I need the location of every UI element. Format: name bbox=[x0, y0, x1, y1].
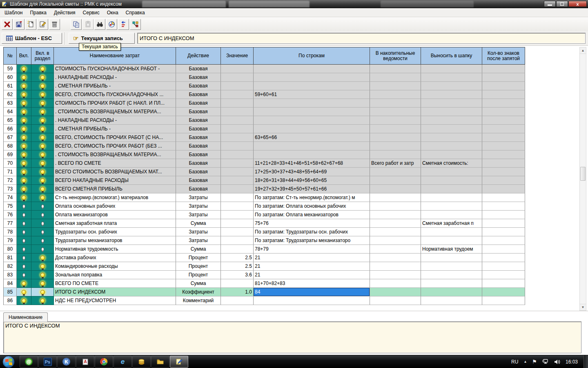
row-number-cell[interactable]: 83 bbox=[4, 271, 17, 279]
col-header-vedomosti[interactable]: В накопительные ведомости bbox=[370, 47, 421, 65]
cost-name-cell[interactable]: Оплата механизаторов bbox=[54, 211, 176, 219]
decimals-cell[interactable] bbox=[482, 296, 525, 305]
row-number-cell[interactable]: 62 bbox=[4, 90, 17, 99]
bulb-on-icon[interactable] bbox=[22, 127, 26, 131]
value-cell[interactable] bbox=[221, 228, 254, 236]
bulb-on-icon[interactable] bbox=[22, 135, 26, 140]
row-number-cell[interactable]: 84 bbox=[4, 279, 17, 288]
value-cell[interactable] bbox=[221, 219, 254, 228]
value-cell[interactable] bbox=[221, 125, 254, 133]
decimals-cell[interactable] bbox=[482, 90, 525, 99]
vedomosti-cell[interactable] bbox=[370, 193, 421, 202]
bulb-on-icon[interactable] bbox=[40, 92, 45, 97]
row-number-cell[interactable]: 61 bbox=[4, 82, 17, 90]
decimals-cell[interactable] bbox=[482, 116, 525, 125]
decimals-cell[interactable] bbox=[482, 279, 525, 288]
vedomosti-cell[interactable] bbox=[370, 296, 421, 305]
header-output-cell[interactable] bbox=[421, 108, 482, 116]
col-header-num[interactable]: № bbox=[4, 47, 17, 65]
vedomosti-cell[interactable] bbox=[370, 271, 421, 279]
header-output-cell[interactable] bbox=[421, 142, 482, 150]
cost-name-cell[interactable]: СТОИМОСТЬ ПРОЧИХ РАБОТ (С НАКЛ. И ПЛ... bbox=[54, 99, 176, 108]
bulb-on-icon[interactable] bbox=[40, 195, 45, 200]
taskbar-app-photoshop[interactable]: Ps bbox=[38, 356, 57, 368]
by-rows-cell[interactable]: 17+25+30+37+43+48+55+64+69 bbox=[254, 168, 370, 176]
table-row[interactable]: 66. СМЕТНАЯ ПРИБЫЛЬ -Базовая bbox=[4, 125, 525, 133]
action-cell[interactable]: Базовая bbox=[176, 73, 221, 82]
cost-name-cell[interactable]: ВСЕГО, СТОИМОСТЬ ПРОЧИХ РАБОТ (С НА... bbox=[54, 133, 176, 142]
bulb-on-icon[interactable] bbox=[40, 264, 45, 269]
cost-name-cell[interactable]: СТОИМОСТЬ ПУСКОНАЛАДОЧНЫХ РАБОТ - bbox=[54, 65, 176, 73]
decimals-cell[interactable] bbox=[482, 99, 525, 108]
decimals-cell[interactable] bbox=[482, 288, 525, 296]
header-output-cell[interactable] bbox=[421, 176, 482, 185]
row-number-cell[interactable]: 67 bbox=[4, 133, 17, 142]
by-rows-cell[interactable] bbox=[254, 296, 370, 305]
cost-name-cell[interactable]: ВСЕГО СТОИМОСТЬ ВОЗВРАЩАЕМЫХ МАТ... bbox=[54, 168, 176, 176]
row-number-cell[interactable]: 69 bbox=[4, 150, 17, 159]
action-cell[interactable]: Базовая bbox=[176, 176, 221, 185]
bulb-on-icon[interactable] bbox=[22, 281, 26, 286]
vertical-scrollbar[interactable]: ▲ ▼ bbox=[579, 47, 586, 311]
action-cell[interactable]: Процент bbox=[176, 271, 221, 279]
action-cell[interactable]: Базовая bbox=[176, 185, 221, 193]
by-rows-cell[interactable] bbox=[254, 142, 370, 150]
by-rows-cell[interactable]: 59+60+61 bbox=[254, 90, 370, 99]
decimals-cell[interactable] bbox=[482, 271, 525, 279]
bulb-on-icon[interactable] bbox=[40, 84, 45, 88]
value-cell[interactable] bbox=[221, 116, 254, 125]
language-indicator[interactable]: RU bbox=[511, 359, 518, 365]
bulb-on-icon[interactable] bbox=[40, 273, 45, 277]
bulb-on-icon[interactable] bbox=[40, 170, 45, 174]
table-row[interactable]: 74Ст-ть ненормир.(вспомогат.) материалов… bbox=[4, 193, 525, 202]
action-cell[interactable]: Затраты bbox=[176, 202, 221, 211]
taskbar-app-chrome[interactable] bbox=[95, 356, 113, 368]
action-cell[interactable]: Базовая bbox=[176, 116, 221, 125]
table-row[interactable]: 80Нормативная трудоемкостьСумма78+79Норм… bbox=[4, 245, 525, 254]
col-header-decimals[interactable]: Кол-во знаков после запятой bbox=[482, 47, 525, 65]
vedomosti-cell[interactable] bbox=[370, 73, 421, 82]
show-desktop-button[interactable] bbox=[584, 355, 588, 368]
cost-name-cell[interactable]: ВСЕГО СМЕТНАЯ ПРИБЫЛЬ bbox=[54, 185, 176, 193]
col-header-rows[interactable]: По строкам bbox=[254, 47, 370, 65]
action-cell[interactable]: Сумма bbox=[176, 245, 221, 254]
copy-button[interactable] bbox=[71, 19, 82, 30]
row-number-cell[interactable]: 60 bbox=[4, 73, 17, 82]
vedomosti-cell[interactable] bbox=[370, 211, 421, 219]
cost-name-cell[interactable]: Нормативная трудоемкость bbox=[54, 245, 176, 254]
taskbar-app-accounting[interactable] bbox=[132, 356, 151, 368]
table-row[interactable]: 64. СТОИМОСТЬ ВОЗВРАЩАЕМЫХ МАТЕРИА...Баз… bbox=[4, 108, 525, 116]
row-number-cell[interactable]: 68 bbox=[4, 142, 17, 150]
header-output-cell[interactable] bbox=[421, 262, 482, 271]
value-cell[interactable] bbox=[221, 193, 254, 202]
table-row[interactable]: 65. НАКЛАДНЫЕ РАСХОДЫ -Базовая bbox=[4, 116, 525, 125]
cost-name-cell[interactable]: Сметная заработная плата bbox=[54, 219, 176, 228]
table-row[interactable]: 70. ВСЕГО ПО СМЕТЕБазовая11+21+28+33+41+… bbox=[4, 159, 525, 168]
cost-name-cell[interactable]: . НАКЛАДНЫЕ РАСХОДЫ - bbox=[54, 116, 176, 125]
bulb-on-icon[interactable] bbox=[22, 101, 26, 105]
menu-actions[interactable]: Действия bbox=[50, 8, 79, 17]
action-center-flag-icon[interactable]: ⚑ bbox=[532, 359, 537, 365]
bulb-on-icon[interactable] bbox=[40, 187, 45, 191]
decimals-cell[interactable] bbox=[482, 228, 525, 236]
decimals-cell[interactable] bbox=[482, 168, 525, 176]
bulb-on-icon[interactable] bbox=[40, 153, 45, 157]
table-row[interactable]: 61. СМЕТНАЯ ПРИБЫЛЬ -Базовая bbox=[4, 82, 525, 90]
header-output-cell[interactable] bbox=[421, 202, 482, 211]
bulb-on-icon[interactable] bbox=[22, 187, 26, 191]
new-record-button[interactable] bbox=[25, 19, 36, 30]
header-output-cell[interactable] bbox=[421, 185, 482, 193]
start-button[interactable] bbox=[2, 356, 15, 368]
row-number-cell[interactable]: 81 bbox=[4, 254, 17, 262]
by-rows-cell[interactable]: 11+21+28+33+41+46+51+58+62+67+68 bbox=[254, 159, 370, 168]
value-cell[interactable] bbox=[221, 142, 254, 150]
by-rows-cell[interactable] bbox=[254, 116, 370, 125]
header-output-cell[interactable] bbox=[421, 254, 482, 262]
bulb-off-icon[interactable] bbox=[22, 239, 25, 242]
action-cell[interactable]: Базовая bbox=[176, 168, 221, 176]
cost-name-cell[interactable]: Ст-ть ненормир.(вспомогат.) материалов bbox=[54, 193, 176, 202]
vedomosti-cell[interactable]: Всего работ и затр bbox=[370, 159, 421, 168]
bulb-on-icon[interactable] bbox=[40, 256, 45, 260]
row-number-cell[interactable]: 77 bbox=[4, 219, 17, 228]
taskbar-app-messenger[interactable]: @ bbox=[20, 356, 38, 368]
